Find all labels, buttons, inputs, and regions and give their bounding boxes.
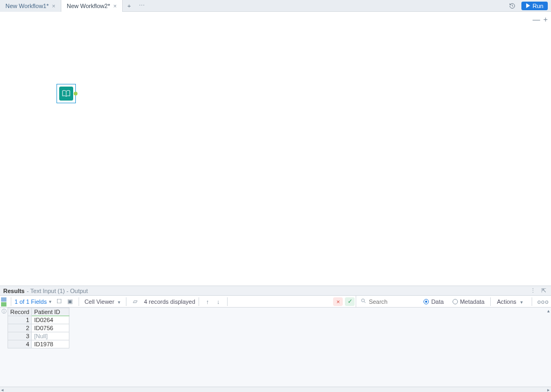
results-title: Results xyxy=(3,288,25,294)
table-row[interactable]: 3 [Null] xyxy=(8,332,69,340)
workflow-tab[interactable]: New Workflow1* × xyxy=(0,0,61,12)
workflow-canvas[interactable]: — + xyxy=(0,12,551,286)
chevron-down-icon: ▾ xyxy=(49,299,52,304)
error-toggle[interactable]: × xyxy=(333,297,343,306)
table-row[interactable]: 2 ID0756 xyxy=(8,324,69,332)
chevron-down-icon: ▾ xyxy=(520,300,523,305)
tab-overflow-button[interactable]: ⋯ xyxy=(136,2,149,9)
success-toggle[interactable]: ✓ xyxy=(345,297,355,306)
table-row[interactable]: 4 ID1978 xyxy=(8,340,69,348)
scroll-up-icon[interactable]: ▴ xyxy=(546,308,551,314)
results-toolbar: 1 of 1 Fields ▾ ☐ ▣ Cell Viewer ▾ ▱ 4 re… xyxy=(0,296,551,308)
search-input[interactable] xyxy=(369,298,417,305)
tab-label: New Workflow1* xyxy=(5,3,49,9)
kebab-icon[interactable]: ⋮ xyxy=(528,287,537,294)
info-icon[interactable]: ⓘ xyxy=(1,309,6,314)
close-icon[interactable]: × xyxy=(52,3,55,9)
more-icon[interactable]: ooo xyxy=(535,298,551,305)
deselect-fields-icon[interactable]: ☐ xyxy=(55,297,63,306)
text-input-icon xyxy=(59,87,73,101)
data-radio[interactable] xyxy=(423,299,429,304)
cell-viewer-dropdown[interactable]: Cell Viewer ▾ xyxy=(84,298,123,305)
scroll-right-icon[interactable]: ▸ xyxy=(547,387,550,393)
results-grid-area: ⓘ Record Patient ID 1 ID0264 2 ID0756 3 … xyxy=(0,308,551,392)
close-icon[interactable]: × xyxy=(113,3,116,9)
scroll-left-icon[interactable]: ◂ xyxy=(1,387,4,393)
data-radio-label: Data xyxy=(431,298,443,305)
popout-icon[interactable]: ⇱ xyxy=(539,287,548,294)
fields-dropdown[interactable]: 1 of 1 Fields xyxy=(15,298,47,305)
workflow-tab[interactable]: New Workflow2* × xyxy=(61,0,123,12)
svg-point-2 xyxy=(362,299,365,302)
chevron-down-icon: ▾ xyxy=(118,300,121,305)
sort-desc-icon[interactable]: ↓ xyxy=(214,297,223,306)
col-patient-id[interactable]: Patient ID xyxy=(32,308,69,316)
filter-icon[interactable]: ▱ xyxy=(131,297,139,306)
results-header: Results - Text Input (1) - Output ⋮ ⇱ xyxy=(0,286,551,296)
workflow-tabbar: New Workflow1* × New Workflow2* × + ⋯ Ru… xyxy=(0,0,551,12)
run-label: Run xyxy=(533,3,543,9)
search-box[interactable] xyxy=(356,296,421,308)
results-subtitle: - Text Input (1) - Output xyxy=(27,288,88,294)
svg-marker-0 xyxy=(526,3,530,8)
results-grid[interactable]: Record Patient ID 1 ID0264 2 ID0756 3 [N… xyxy=(8,308,69,348)
metadata-radio-label: Metadata xyxy=(460,298,485,305)
tab-label: New Workflow2* xyxy=(67,3,110,9)
sort-asc-icon[interactable]: ↑ xyxy=(203,297,212,306)
horizontal-scrollbar[interactable]: ◂ ▸ xyxy=(0,387,551,392)
new-tab-button[interactable]: + xyxy=(123,3,136,9)
svg-line-3 xyxy=(364,302,366,303)
run-button[interactable]: Run xyxy=(521,2,548,10)
record-count: 4 records displayed xyxy=(144,298,195,305)
metadata-radio[interactable] xyxy=(453,299,458,304)
col-record[interactable]: Record xyxy=(8,308,32,316)
table-row[interactable]: 1 ID0264 xyxy=(8,316,69,324)
plus-icon[interactable]: + xyxy=(543,15,548,24)
search-icon xyxy=(361,298,366,305)
table-header-row: Record Patient ID xyxy=(8,308,69,316)
anchor-selector[interactable] xyxy=(0,297,8,307)
actions-dropdown[interactable]: Actions ▾ xyxy=(494,298,528,305)
history-icon[interactable] xyxy=(506,0,518,12)
text-input-tool-node[interactable] xyxy=(56,84,76,103)
minimize-icon[interactable]: — xyxy=(533,15,540,24)
select-fields-icon[interactable]: ▣ xyxy=(66,297,74,306)
